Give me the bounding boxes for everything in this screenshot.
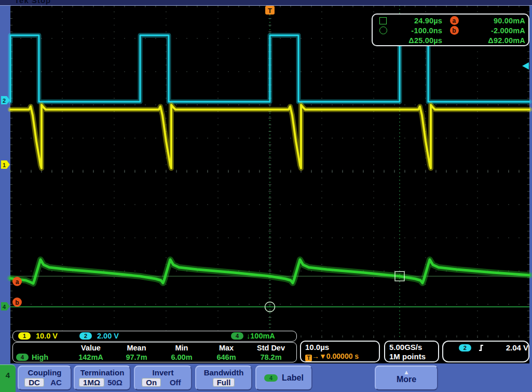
- col-value: Value: [68, 343, 114, 353]
- meas-value: 142mA: [68, 353, 114, 362]
- ch2-badge[interactable]: 2: [79, 332, 92, 340]
- label-button-text: Label: [282, 373, 304, 383]
- measurement-header-row: Value Mean Min Max Std Dev: [16, 343, 293, 353]
- circle-cursor-icon: [379, 26, 387, 34]
- top-status-strip: Tek Stop: [0, 0, 532, 6]
- col-mean: Mean: [114, 343, 159, 353]
- invert-off-option[interactable]: Off: [167, 378, 184, 387]
- channel-scale-bar: 1 10.0 V 2 2.00 V 4 ↓100mA: [12, 331, 297, 342]
- meas-min: 6.00m: [159, 353, 204, 362]
- col-stddev: Std Dev: [249, 343, 293, 353]
- meas-max: 646m: [204, 353, 249, 362]
- ch4-scale: ↓100mA: [247, 332, 275, 340]
- more-button[interactable]: ▲ More: [375, 366, 438, 390]
- bandwidth-full-option[interactable]: Full: [213, 378, 235, 387]
- record-length: 1M points: [389, 352, 426, 361]
- cursor-b-amplitude: -2.000mA: [466, 26, 525, 35]
- right-margin-strip: [529, 5, 532, 363]
- measurement-table: Value Mean Min Max Std Dev 4 High 142mA …: [12, 342, 297, 362]
- acquisition-status-text: Tek Stop: [15, 0, 51, 5]
- channel-4-menu-tab[interactable]: 4: [0, 364, 16, 392]
- cursor-readout-box: 24.90µs a 90.00mA -100.0ns b -2.000mA Δ2…: [372, 13, 529, 46]
- cursor-b-time: -100.0ns: [392, 26, 442, 35]
- waveform-display-area: [10, 5, 529, 363]
- bandwidth-title: Bandwidth: [196, 368, 251, 377]
- ch1-badge[interactable]: 1: [18, 332, 31, 340]
- cursor-a-row: 24.90µs a 90.00mA: [374, 16, 525, 25]
- ch4-badge[interactable]: 4: [231, 332, 243, 340]
- bottom-menu-bar: 4 Coupling DC AC Termination 1MΩ 50Ω Inv…: [0, 363, 532, 392]
- trigger-arrows-icon: →▼: [312, 352, 326, 360]
- square-cursor-icon: [379, 17, 387, 24]
- col-min: Min: [159, 343, 204, 353]
- up-arrow-icon: ▲: [376, 370, 437, 375]
- trigger-position-readout: T→▼0.00000 s: [305, 352, 359, 361]
- measurement-row: 4 High 142mA 97.7m 6.00m 646m 78.2m: [16, 353, 293, 362]
- acquisition-readout: 5.00GS/s 1M points: [384, 341, 439, 362]
- invert-on-option[interactable]: On: [142, 378, 161, 387]
- cursor-delta-time: Δ25.00µs: [392, 36, 442, 45]
- trigger-position-value: 0.00000 s: [326, 352, 359, 360]
- coupling-title: Coupling: [19, 368, 71, 377]
- trigger-source-badge: 2: [459, 344, 471, 352]
- cursor-delta-row: Δ25.00µs Δ92.00mA: [374, 35, 525, 45]
- bandwidth-button[interactable]: Bandwidth Full: [195, 366, 252, 390]
- trigger-readout: 2 2.04 V: [442, 341, 529, 362]
- ch2-scale: 2.00 V: [97, 332, 119, 340]
- invert-button[interactable]: Invert On Off: [134, 366, 192, 390]
- timebase-scale: 10.0µs: [305, 343, 329, 352]
- more-button-text: More: [376, 375, 437, 384]
- sample-rate: 5.00GS/s: [389, 343, 422, 352]
- timebase-readout: 10.0µs T→▼0.00000 s: [300, 341, 380, 362]
- invert-title: Invert: [135, 368, 191, 377]
- cursor-a-amplitude: 90.00mA: [466, 17, 525, 25]
- cursor-a-badge: a: [450, 16, 459, 25]
- coupling-ac-option[interactable]: AC: [47, 378, 65, 387]
- coupling-button[interactable]: Coupling DC AC: [18, 366, 72, 390]
- rising-edge-icon: [479, 344, 486, 352]
- coupling-dc-option[interactable]: DC: [24, 378, 44, 387]
- label-button[interactable]: 4 Label: [255, 366, 312, 390]
- meas-stddev: 78.2m: [249, 353, 293, 362]
- col-max: Max: [204, 343, 249, 353]
- oscilloscope-screen: Tek Stop 214abT 24.90µs a 90.00mA -100.0…: [0, 0, 532, 392]
- cursor-delta-amplitude: Δ92.00mA: [466, 36, 525, 45]
- cursor-a-time: 24.90µs: [392, 17, 442, 25]
- termination-1mohm-option[interactable]: 1MΩ: [79, 378, 104, 387]
- meas-name: High: [32, 353, 48, 362]
- label-channel-badge: 4: [264, 374, 278, 382]
- meas-channel-badge: 4: [16, 354, 29, 361]
- termination-50ohm-option[interactable]: 50Ω: [104, 378, 126, 387]
- cursor-b-row: -100.0ns b -2.000mA: [374, 25, 525, 35]
- meas-mean: 97.7m: [114, 353, 159, 362]
- trigger-t-icon: T: [305, 355, 312, 361]
- left-margin-strip: [0, 5, 10, 363]
- termination-button[interactable]: Termination 1MΩ 50Ω: [74, 366, 131, 390]
- trigger-level: 2.04 V: [493, 343, 528, 352]
- termination-title: Termination: [75, 368, 130, 377]
- ch1-scale: 10.0 V: [36, 332, 58, 340]
- cursor-b-badge: b: [450, 26, 459, 35]
